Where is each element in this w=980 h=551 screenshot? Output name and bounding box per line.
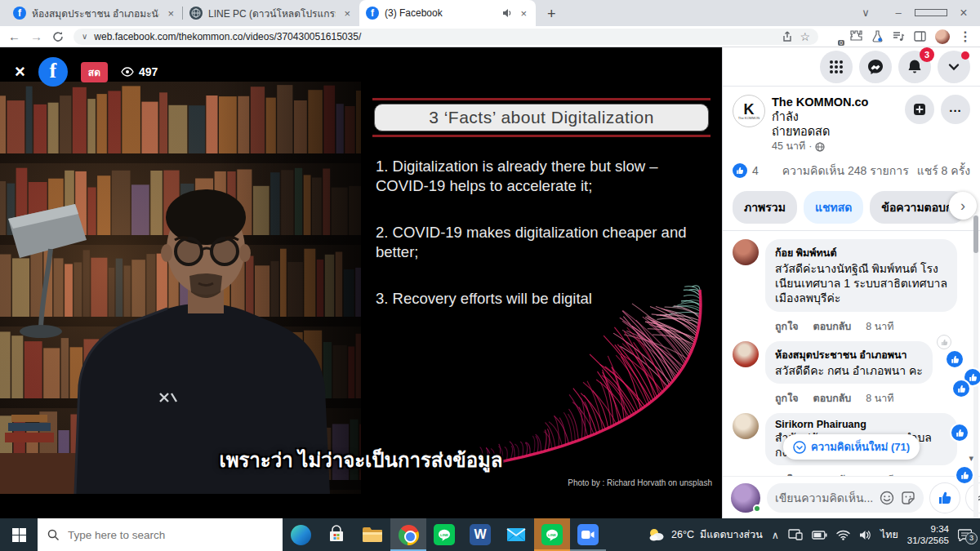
taskbar-search[interactable] [38,518,283,551]
adblock-extension-icon[interactable]: 0 [828,30,841,43]
tablet-mode-icon[interactable] [788,529,803,540]
extensions-puzzle-icon[interactable] [850,30,862,42]
volume-icon[interactable] [859,530,871,540]
comment-actions: ถูกใจ ตอบกลับ 8 นาที [775,390,959,407]
account-menu-button[interactable] [938,51,970,83]
tab-close-icon[interactable]: × [518,7,529,20]
like-count[interactable]: 4 [752,164,759,177]
emoji-icon[interactable] [880,491,894,505]
messenger-button[interactable] [859,51,892,83]
taskbar-chrome[interactable] [390,518,426,551]
notifications-button[interactable]: 3 [898,51,931,83]
comment-bubble[interactable]: ก้อย พิมพ์ทนต์ สวัสดีค่ะนางนัทฐิณี พิมพ์… [765,239,957,312]
back-button[interactable]: ← [8,29,20,43]
tab-audio-icon[interactable] [502,8,512,18]
reply-action[interactable]: ตอบกลับ [813,390,852,407]
window-minimize-button[interactable]: – [882,0,915,26]
comment-bubble[interactable]: ห้องสมุดประชาชน อำเภอพนา สวัสดีดีคะ กศน … [765,341,933,384]
like-reaction-icon[interactable] [733,163,747,178]
post-time[interactable]: 45 นาที [772,140,805,153]
commenter-name[interactable]: Sirikorn Phairuang [775,419,947,430]
taskbar-store[interactable] [318,518,354,551]
taskbar-zoom[interactable] [570,518,606,551]
action-center-button[interactable]: 3 [958,529,972,541]
tab-library-facebook[interactable]: f ห้องสมุดประชาชน อำเภอมะนัง | Faceb × [7,0,183,26]
tab-overview[interactable]: ภาพรวม [733,191,797,224]
save-video-button[interactable] [905,95,934,124]
reply-action[interactable]: ตอบกลับ [813,472,852,476]
flask-extension-icon[interactable] [871,30,884,42]
browser-menu-kebab-icon[interactable]: ⋮ [959,29,972,44]
video-close-icon[interactable]: × [15,61,25,82]
tab-line-pc[interactable]: LINE PC (ดาวน์โหลดโปรแกรม LINE ส × [183,0,359,26]
commenter-name[interactable]: ก้อย พิมพ์ทนต์ [775,245,947,261]
reply-action[interactable]: ตอบกลับ [813,318,852,335]
video-player[interactable]: × f สด 497 [0,47,722,518]
forward-button[interactable]: → [30,29,42,43]
playlist-extension-icon[interactable] [893,30,905,42]
comment-text: สวัสดีดีคะ กศน อำเภอพนา คะ [775,363,923,378]
wifi-icon[interactable] [836,530,850,540]
window-maximize-button[interactable] [915,0,947,26]
comment-input[interactable]: เขียนความคิดเห็น... [767,483,924,513]
live-status: ถ่ายทอดสด [772,125,830,138]
tab-search-chevron-icon[interactable]: ∨ [849,0,882,26]
weather-temp: 26°C [671,529,694,540]
like-action[interactable]: ถูกใจ [775,390,799,407]
extension-icons: 0 ⋮ [828,29,972,44]
tab-live-chat[interactable]: แชทสด [804,191,863,224]
like-action[interactable]: ถูกใจ [775,318,799,335]
new-tab-button[interactable]: + [536,6,568,26]
floating-like-reaction [945,349,964,369]
comments-scrollbar-thumb[interactable] [973,216,978,253]
taskbar-line-alert[interactable]: LINE [534,518,570,551]
commenter-avatar[interactable] [733,341,759,367]
window-close-button[interactable]: × [947,0,980,26]
bookmark-star-icon[interactable]: ☆ [800,30,810,43]
taskbar-line[interactable]: LINE [426,518,462,551]
share-count[interactable]: แชร์ 8 ครั้ง [917,162,970,180]
page-avatar[interactable]: K The KOMMON [733,95,765,127]
clock-widget[interactable]: 9:34 31/3/2565 [907,523,949,547]
battery-icon[interactable] [812,531,827,540]
svg-text:LINE: LINE [440,532,448,536]
taskbar-word[interactable]: W [462,518,498,551]
apps-menu-button[interactable] [820,51,853,83]
language-indicator[interactable]: ไทย [880,527,898,543]
share-button[interactable] [782,31,793,42]
more-options-button[interactable]: ... [941,95,970,124]
globe-favicon [189,7,203,20]
taskbar-edge[interactable] [283,518,318,551]
address-bar[interactable]: ∨ web.facebook.com/thekommon.co/videos/3… [74,29,818,45]
tray-expand-chevron[interactable]: ∧ [772,529,779,541]
browser-profile-avatar[interactable] [935,29,950,44]
user-avatar[interactable] [731,483,760,513]
reload-button[interactable] [52,31,64,42]
video-subtitle: เพราะว่า ไม่ว่าจะเป็นการส่งข้อมูล [0,444,722,476]
tabs-scroll-right-button[interactable]: › [949,192,977,220]
tab-facebook-video[interactable]: f (3) Facebook × [359,0,536,26]
tab-close-icon[interactable]: × [165,7,176,20]
scrollbar-down-arrow[interactable]: ▾ [969,453,973,464]
weather-widget[interactable]: 26°C มีแดดบางส่วน [648,527,763,543]
commenter-avatar[interactable] [733,239,759,265]
commenter-name[interactable]: ห้องสมุดประชาชน อำเภอพนา [775,347,923,363]
url-text[interactable]: web.facebook.com/thekommon.co/videos/370… [94,31,775,42]
search-input[interactable] [68,529,256,541]
like-action[interactable]: ถูกใจ [775,472,799,476]
site-info-chevron-icon[interactable]: ∨ [82,32,87,41]
tab-close-icon[interactable]: × [341,7,353,20]
sticker-icon[interactable] [901,491,915,505]
new-comments-button[interactable]: ความคิดเห็นใหม่ (71) [783,434,920,460]
page-name[interactable]: The KOMMON.co [772,96,868,109]
like-button[interactable] [930,483,960,513]
commenter-avatar[interactable] [733,413,759,439]
start-button[interactable] [0,518,38,551]
floating-like-reaction [950,423,969,442]
comment-time: 8 นาที [866,318,893,335]
taskbar-mail[interactable] [498,518,534,551]
sidebar-panel-icon[interactable] [914,30,926,42]
taskbar-file-explorer[interactable] [354,518,390,551]
clock-time: 9:34 [907,523,949,535]
comment-count[interactable]: ความคิดเห็น 248 รายการ [782,162,909,180]
